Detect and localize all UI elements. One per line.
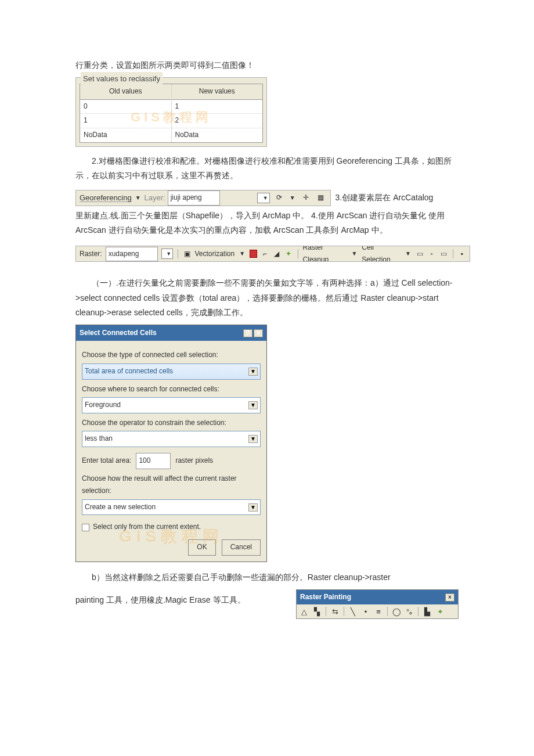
georeferencing-menu[interactable]: Georeferencing [80,191,132,204]
old-value-cell[interactable]: 0 [80,100,171,114]
select-connected-cells-dialog: Select Connected Cells ? × Choose the ty… [75,325,267,562]
combo-type-value: Total area of connected cells [85,365,173,378]
rotate-icon[interactable]: ⟳ [273,193,285,203]
ok-button[interactable]: OK [188,539,215,556]
brush-icon[interactable]: △ [299,606,309,617]
draw-line-icon[interactable]: ╲ [348,606,358,617]
chevron-down-icon: ▼ [248,368,258,376]
draw-rect-icon[interactable]: ≡ [373,606,384,617]
close-button[interactable]: × [445,593,454,602]
georeferencing-toolbar: Georeferencing ▼ Layer: jiuji apeng ▼ ⟳ … [75,190,331,206]
extent-checkbox-label: Select only from the current extent. [93,521,201,534]
dlg-label-operator: Choose the operator to constrain the sel… [82,417,261,430]
dropdown-icon[interactable]: ▼ [290,193,295,203]
intro-text: 行重分类，设置如图所示两类即可得到二值图像！ [75,58,459,73]
swap-icon[interactable]: ⇆ [330,606,340,617]
raster-label: Raster: [80,248,102,261]
area-label: Enter total area: [82,455,131,467]
reclass-col-new: New values 1 2 NoData [172,84,263,142]
old-values-header: Old values [80,84,171,100]
select3-icon[interactable]: ▭ [439,250,448,258]
size-icon[interactable]: °ₒ [404,606,414,617]
reclass-table: Old values 0 1 NoData New values 1 2 NoD… [80,84,263,142]
combo-affect[interactable]: Create a new selection ▼ [82,499,261,516]
extent-checkbox-row[interactable]: Select only from the current extent. [82,521,261,534]
layer-dropdown[interactable]: ▼ [257,193,270,203]
help-button[interactable]: ? [243,329,252,337]
chevron-down-icon: ▼ [248,401,258,409]
select-icon[interactable]: ▭ [416,250,424,258]
layer-label: Layer: [145,191,165,204]
combo-where-value: Foreground [85,399,121,412]
chevron-down-icon: ▼ [248,435,258,443]
separator [344,607,344,616]
raster-painting-icons: △ ▚ ⇆ ╲ • ≡ ◯ °ₒ ▙ ✦ [297,604,458,618]
separator [387,607,388,616]
raster-painting-title: Raster Painting [300,591,351,604]
chevron-down-icon: ▼ [248,503,258,512]
combo-operator-value: less than [85,433,113,445]
dialog-body: Choose the type of connected cell select… [76,341,266,561]
raster-input[interactable]: xudapeng [106,247,158,262]
raster-painting-titlebar: Raster Painting × [297,590,458,605]
dropdown-icon[interactable]: ▼ [239,249,245,259]
vectorization-menu[interactable]: Vectorization [195,248,235,261]
new-value-cell[interactable]: NoData [172,128,263,142]
cell-selection-paragraph: （一）.在进行矢量化之前需要删除一些不需要的矢量如文字等，有两种选择：a）通过 … [75,276,459,320]
dropdown-icon[interactable]: ▼ [405,249,411,259]
old-value-cell[interactable]: NoData [80,128,171,142]
cell-selection-menu[interactable]: Cell Selection [362,246,400,262]
combo-type[interactable]: Total area of connected cells ▼ [82,363,261,380]
reclass-panel: Set values to reclassify GIS教程网 Old valu… [75,77,267,146]
cancel-button[interactable]: Cancel [222,539,261,556]
georef-tool-icons: ▼ ⟳ ▼ ✛ ▦ [257,193,327,203]
layer-input[interactable]: jiuji apeng [168,190,220,206]
area-input[interactable]: 100 [136,453,171,469]
separator [178,249,178,258]
georef-paragraph: 2.对栅格图像进行校准和配准。对栅格图像进行校准和配准需要用到 Georefer… [75,154,459,183]
dlg-label-type: Choose the type of connected cell select… [82,349,261,362]
options-icon[interactable]: ▪ [457,250,466,258]
doc-icon[interactable]: ▣ [183,250,192,258]
checkbox-icon[interactable] [82,524,89,531]
new-value-cell[interactable]: 1 [172,100,263,114]
tool-icon[interactable]: ✦ [435,606,445,617]
combo-operator[interactable]: less than ▼ [82,431,261,447]
reclass-col-old: Old values 0 1 NoData [80,84,172,142]
close-button[interactable]: × [254,329,263,337]
fill-icon[interactable]: ▚ [312,606,322,617]
arcscan-toolbar: Raster: xudapeng ▼ ▣ Vectorization ▼ ⌐ ◢… [75,246,470,262]
select2-icon[interactable]: ▫ [427,250,436,258]
raster-cleanup-menu[interactable]: Raster Cleanup [303,246,347,262]
separator [298,249,298,258]
dlg-label-affect: Choose how the result will affect the cu… [82,473,261,498]
raster-painting-toolbar-wrap: Raster Painting × △ ▚ ⇆ ╲ • ≡ ◯ °ₒ ▙ ✦ [296,589,459,620]
erase-icon[interactable]: ◯ [391,606,402,617]
dialog-titlebar: Select Connected Cells ? × [76,325,266,341]
dropdown-icon[interactable]: ▼ [351,249,357,259]
dialog-title-text: Select Connected Cells [80,327,157,340]
area-unit: raster pixels [175,455,213,467]
dlg-label-where: Choose where to search for connected cel… [82,383,261,396]
raster-dropdown[interactable]: ▼ [161,249,173,259]
old-value-cell[interactable]: 1 [80,114,171,128]
combo-where[interactable]: Foreground ▼ [82,397,261,413]
shape-icon[interactable]: ◢ [273,250,282,258]
combo-affect-value: Create a new selection [85,501,156,514]
raster-painting-toolbar: Raster Painting × △ ▚ ⇆ ╲ • ≡ ◯ °ₒ ▙ ✦ [296,589,459,620]
reclass-title: Set values to reclassify [81,72,163,85]
new-values-header: New values [172,84,263,100]
arcscan-paragraph: 里新建点.线.面三个矢量图层（Shapefile），导入到 ArcMap 中。 … [75,208,459,237]
dropdown-icon[interactable]: ▼ [135,193,141,203]
new-value-cell[interactable]: 2 [172,114,263,128]
trace-icon[interactable]: ⌐ [261,250,269,258]
separator [418,607,418,616]
red-tool-icon[interactable] [250,250,257,258]
separator [453,249,453,258]
add-control-point-icon[interactable]: ✛ [300,193,312,203]
draw-freehand-icon[interactable]: • [360,606,371,617]
magic-erase-icon[interactable]: ▙ [422,606,432,617]
sparkle-icon[interactable]: ✦ [284,250,293,258]
view-link-table-icon[interactable]: ▦ [315,193,327,203]
trail-text: 3.创建要素层在 ArcCatalog [335,190,434,205]
